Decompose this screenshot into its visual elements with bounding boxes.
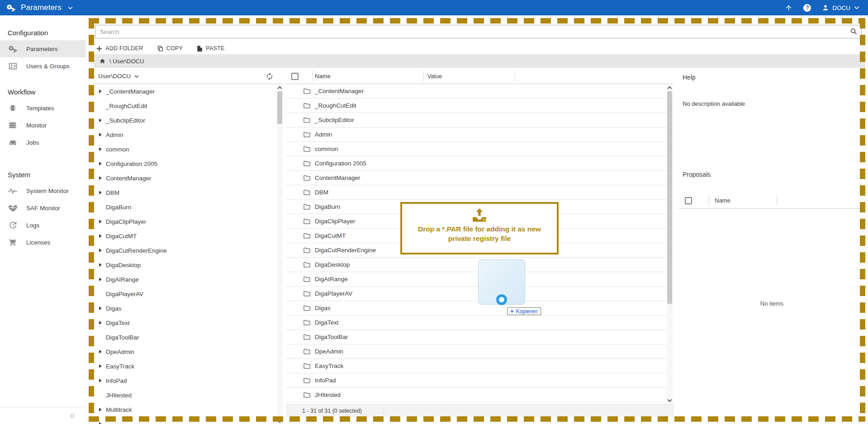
tree-item-digairange[interactable]: DigAIRange	[94, 272, 277, 287]
scroll-up-icon[interactable]	[277, 84, 283, 90]
sidebar-item-system-monitor[interactable]: System Monitor	[0, 182, 85, 199]
tree-item-digadesktop[interactable]: DigaDesktop	[94, 258, 277, 272]
scroll-down-icon[interactable]	[277, 418, 283, 424]
tree-item-multitrack[interactable]: Multitrack	[94, 402, 277, 417]
search-icon[interactable]	[850, 28, 858, 35]
scroll-up-icon[interactable]	[667, 84, 673, 90]
expand-caret-icon[interactable]	[97, 162, 104, 165]
sidebar-item-templates[interactable]: Templates	[0, 99, 85, 117]
tree-item-digatext[interactable]: DigaText	[94, 316, 277, 330]
refresh-icon[interactable]	[266, 72, 274, 80]
scroll-down-icon[interactable]	[667, 397, 673, 403]
expand-caret-icon[interactable]	[97, 379, 104, 382]
tree-item-digaplayerav[interactable]: DigaPlayerAV	[94, 287, 277, 301]
table-row-contentmanager[interactable]: ContentManager	[286, 171, 674, 185]
expand-caret-icon[interactable]	[97, 408, 104, 411]
table-row-dpeadmin[interactable]: DpeAdmin	[286, 344, 674, 359]
sidebar-item-logs[interactable]: Logs	[0, 217, 85, 234]
table-row-easytrack[interactable]: EasyTrack	[286, 359, 674, 373]
tree-item-digatoolbar[interactable]: DigaToolBar	[94, 330, 277, 344]
table-row-admin[interactable]: Admin	[286, 127, 674, 142]
folder-icon	[303, 391, 311, 399]
expand-caret-icon[interactable]	[97, 118, 104, 122]
expand-caret-icon[interactable]	[97, 364, 104, 368]
sidebar-item-monitor[interactable]: Monitor	[0, 117, 85, 134]
expand-caret-icon[interactable]	[97, 220, 104, 223]
app-menu[interactable]: Parameters	[6, 3, 73, 13]
expand-caret-icon[interactable]	[97, 249, 104, 252]
sidebar-item-users-groups[interactable]: Users & Groups	[0, 57, 85, 75]
expand-caret-icon[interactable]	[97, 90, 104, 93]
select-all-checkbox[interactable]	[291, 73, 299, 80]
tree-item-common[interactable]: common	[94, 142, 277, 156]
tree-item-configuration-2005[interactable]: Configuration 2005	[94, 156, 277, 171]
table-row-infopad[interactable]: InfoPad	[286, 373, 674, 388]
upload-icon[interactable]	[785, 4, 792, 12]
plus-icon: +	[510, 308, 514, 315]
table-row-digatoolbar[interactable]: DigaToolBar	[286, 330, 674, 344]
expand-caret-icon[interactable]	[97, 176, 104, 180]
tree-item-digas[interactable]: Digas	[94, 301, 277, 316]
expand-caret-icon[interactable]	[97, 133, 104, 137]
user-menu[interactable]: DOCU	[822, 4, 860, 11]
expand-caret-icon[interactable]	[97, 234, 104, 238]
tree-item-dpeadmin[interactable]: DpeAdmin	[94, 344, 277, 359]
tree-item-roughcutedit[interactable]: _RoughCutEdit	[94, 99, 277, 113]
breadcrumb-path[interactable]: \ User\DOCU	[109, 58, 144, 65]
expand-caret-icon[interactable]	[97, 350, 104, 353]
logs-icon	[8, 220, 18, 230]
scrollbar-thumb[interactable]	[667, 91, 672, 304]
table-row-common[interactable]: common	[286, 142, 674, 156]
folder-icon	[303, 377, 311, 384]
tree-item-digaburn[interactable]: DigaBurn	[94, 200, 277, 214]
expand-caret-icon[interactable]	[97, 191, 104, 194]
tree-item-admin[interactable]: Admin	[94, 127, 277, 142]
tree-root-selector[interactable]: User\DOCU	[94, 69, 283, 84]
tree-item-label: _ContentManager	[106, 88, 155, 95]
column-header-name[interactable]: Name	[315, 73, 331, 80]
table-row-configuration-2005[interactable]: Configuration 2005	[286, 156, 674, 171]
collapse-sidebar-icon[interactable]: «	[70, 410, 76, 421]
proposals-column-name[interactable]: Name	[715, 197, 730, 204]
search-input[interactable]	[95, 25, 862, 38]
scrollbar-thumb[interactable]	[277, 91, 282, 124]
home-icon[interactable]	[99, 58, 106, 65]
add-folder-button[interactable]: ADD FOLDER	[96, 45, 143, 52]
tree-item-digaclipplayer[interactable]: DigaClipPlayer	[94, 214, 277, 229]
tree-item-subclipeditor[interactable]: _SubclipEditor	[94, 113, 277, 127]
drop-target-overlay[interactable]: Drop a *.PAR file for adding it as new p…	[400, 202, 559, 254]
copy-button[interactable]: COPY	[157, 45, 183, 52]
tree-item-jhitested[interactable]: JHItested	[94, 388, 277, 402]
tree-item-contentmanager[interactable]: _ContentManager	[94, 84, 277, 99]
table-row-digatext[interactable]: DigaText	[286, 316, 674, 330]
tree-item-dbm[interactable]: DBM	[94, 185, 277, 200]
help-icon[interactable]: ?	[803, 4, 811, 12]
expand-caret-icon[interactable]	[97, 321, 104, 325]
sidebar-item-parameters[interactable]: Parameters	[0, 40, 85, 57]
sidebar-item-jobs[interactable]: Jobs	[0, 134, 85, 151]
expand-caret-icon[interactable]	[97, 278, 104, 281]
table-row-subclipeditor[interactable]: _SubclipEditor	[286, 113, 674, 127]
expand-caret-icon[interactable]	[97, 306, 104, 310]
tree-item-label: DigaCutMT	[106, 233, 137, 240]
table-row-contentmanager[interactable]: _ContentManager	[286, 84, 674, 99]
tree-item-digacutrenderengine[interactable]: DigaCutRenderEngine	[94, 243, 277, 258]
sidebar-item-saf-monitor[interactable]: SAF Monitor	[0, 199, 85, 217]
expand-caret-icon[interactable]	[97, 263, 104, 267]
table-row-roughcutedit[interactable]: _RoughCutEdit	[286, 99, 674, 113]
tree-item-digacutmt[interactable]: DigaCutMT	[94, 229, 277, 243]
column-header-value[interactable]: Value	[427, 73, 442, 80]
table-row-jhitested[interactable]: JHItested	[286, 388, 674, 402]
paste-button[interactable]: PASTE	[196, 45, 225, 52]
table-row-dbm[interactable]: DBM	[286, 185, 674, 200]
tree-item-item[interactable]	[94, 417, 277, 424]
column-divider	[423, 71, 424, 81]
tree-item-infopad[interactable]: InfoPad	[94, 373, 277, 388]
tree-item-contentmanager[interactable]: ContentManager	[94, 171, 277, 185]
tree-item-easytrack[interactable]: EasyTrack	[94, 359, 277, 373]
proposals-select-all-checkbox[interactable]	[685, 197, 692, 204]
row-name: DigaText	[315, 319, 339, 326]
expand-caret-icon[interactable]	[97, 422, 104, 424]
sidebar-item-licenses[interactable]: Licenses	[0, 234, 85, 251]
expand-caret-icon[interactable]	[97, 147, 104, 151]
